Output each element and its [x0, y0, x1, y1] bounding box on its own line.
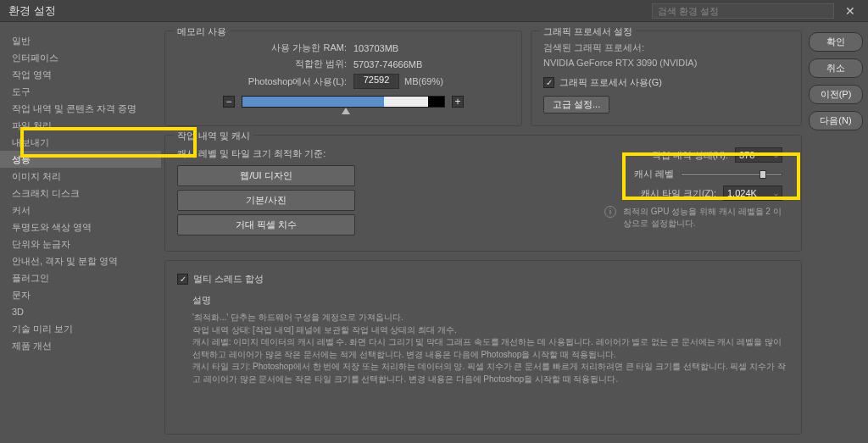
description-text: '최적화...' 단추는 하드웨어 구성을 계정으로 가져옵니다.작업 내역 상…	[192, 312, 789, 385]
optimize-default-button[interactable]: 기본/사진	[177, 190, 355, 211]
memory-group: 메모리 사용 사용 가능한 RAM: 103703MB 적합한 범위: 5703…	[164, 30, 522, 126]
optimize-label: 캐시 레벨 및 타일 크기 최적화 기준:	[177, 147, 381, 160]
use-gpu-checkbox[interactable]: ✓	[543, 77, 554, 88]
history-states-label: 작업 내역 상태(H):	[652, 149, 728, 162]
ps-use-input[interactable]: 72592	[353, 74, 399, 89]
description-title: 설명	[192, 294, 789, 307]
sidebar-item-11[interactable]: 투명도와 색상 영역	[0, 219, 161, 235]
ideal-range-value: 57037-74666MB	[353, 59, 422, 69]
cache-level-slider[interactable]	[681, 173, 782, 176]
sidebar-item-10[interactable]: 커서	[0, 202, 161, 219]
available-ram-value: 103703MB	[353, 43, 398, 53]
search-input[interactable]: 검색 환경 설정	[652, 3, 834, 19]
multithread-checkbox[interactable]: ✓	[177, 274, 188, 285]
ok-button[interactable]: 확인	[809, 32, 863, 52]
sidebar-item-6[interactable]: 내보내기	[0, 134, 161, 151]
optimize-web-button[interactable]: 웹/UI 디자인	[177, 165, 355, 186]
memory-slider-thumb[interactable]	[342, 108, 350, 114]
ps-use-label: Photoshop에서 사용(L):	[177, 75, 347, 88]
prev-button[interactable]: 이전(P)	[809, 85, 863, 104]
sidebar-item-18[interactable]: 제품 개선	[0, 337, 161, 354]
cache-info-text: 최적의 GPU 성능을 위해 캐시 레벨을 2 이상으로 설정합니다.	[623, 206, 782, 230]
sidebar-item-4[interactable]: 작업 내역 및 콘텐츠 자격 증명	[0, 100, 161, 117]
dialog-title: 환경 설정	[8, 3, 652, 19]
history-states-select[interactable]: 378⌵	[735, 147, 782, 163]
sidebar-item-5[interactable]: 파일 처리	[0, 117, 161, 134]
tile-size-select[interactable]: 1,024K⌵	[723, 186, 782, 201]
cache-group-title: 작업 내역 및 캐시	[174, 130, 253, 142]
sidebar-item-17[interactable]: 기술 미리 보기	[0, 320, 161, 337]
optimize-huge-button[interactable]: 거대 픽셀 치수	[177, 214, 355, 235]
sidebar-item-13[interactable]: 안내선, 격자 및 분할 영역	[0, 252, 161, 269]
memory-group-title: 메모리 사용	[174, 25, 230, 38]
close-button[interactable]: ✕	[839, 3, 861, 19]
sidebar-item-2[interactable]: 작업 영역	[0, 66, 161, 83]
sidebar-item-16[interactable]: 3D	[0, 303, 161, 320]
cancel-button[interactable]: 취소	[809, 58, 863, 78]
ideal-range-label: 적합한 범위:	[177, 58, 347, 70]
gpu-group: 그래픽 프로세서 설정 검색된 그래픽 프로세서: NVIDIA GeForce…	[531, 30, 802, 126]
memory-increase-button[interactable]: +	[452, 96, 464, 108]
gpu-advanced-button[interactable]: 고급 설정...	[543, 96, 609, 114]
cache-level-label: 캐시 레벨	[634, 168, 674, 180]
memory-slider[interactable]	[242, 96, 445, 108]
memory-decrease-button[interactable]: −	[223, 96, 235, 108]
cache-group: 작업 내역 및 캐시 캐시 레벨 및 타일 크기 최적화 기준: 웹/UI 디자…	[164, 135, 802, 252]
gpu-detected-value: NVIDIA GeForce RTX 3090 (NVIDIA)	[543, 58, 789, 68]
sidebar-item-0[interactable]: 일반	[0, 32, 161, 49]
sidebar: 일반인터페이스작업 영역도구작업 내역 및 콘텐츠 자격 증명파일 처리내보내기…	[0, 22, 161, 443]
sidebar-item-1[interactable]: 인터페이스	[0, 49, 161, 66]
ps-use-suffix: MB(69%)	[404, 76, 443, 86]
sidebar-item-8[interactable]: 이미지 처리	[0, 168, 161, 185]
cache-level-handle[interactable]	[760, 170, 766, 179]
info-icon: i	[604, 206, 616, 218]
sidebar-item-7[interactable]: 성능	[0, 151, 161, 168]
next-button[interactable]: 다음(N)	[809, 111, 863, 130]
sidebar-item-12[interactable]: 단위와 눈금자	[0, 235, 161, 252]
gpu-detected-label: 검색된 그래픽 프로세서:	[543, 42, 789, 54]
multithread-group: ✓ 멀티 스레드 합성 설명 '최적화...' 단추는 하드웨어 구성을 계정으…	[164, 260, 802, 435]
sidebar-item-15[interactable]: 문자	[0, 286, 161, 303]
available-ram-label: 사용 가능한 RAM:	[177, 42, 347, 54]
multithread-label: 멀티 스레드 합성	[193, 273, 264, 285]
sidebar-item-9[interactable]: 스크래치 디스크	[0, 185, 161, 202]
sidebar-item-14[interactable]: 플러그인	[0, 269, 161, 286]
gpu-group-title: 그래픽 프로세서 설정	[540, 25, 636, 38]
use-gpu-label: 그래픽 프로세서 사용(G)	[559, 76, 662, 89]
tile-size-label: 캐시 타일 크기(Z):	[641, 187, 716, 200]
sidebar-item-3[interactable]: 도구	[0, 83, 161, 100]
